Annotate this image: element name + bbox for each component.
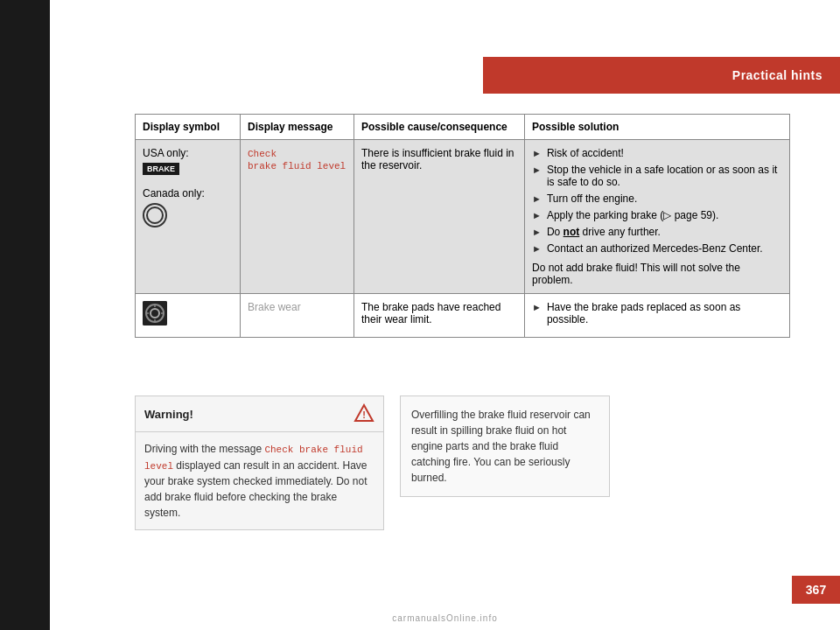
solution-text: Risk of accident! [547, 147, 624, 159]
header-bar: Practical hints [483, 57, 840, 94]
warning-text-start: Driving with the message [144, 443, 264, 455]
warning-header: Warning! ! [136, 396, 383, 432]
solution-item: ► Do not drive any further. [532, 226, 782, 238]
solution-cell-2: ► Have the brake pads replaced as soon a… [525, 294, 790, 338]
extra-note: Do not add brake fluid! This will not so… [532, 262, 782, 286]
col-header-symbol: Display symbol [136, 115, 241, 140]
symbol-cell-1: USA only: BRAKE Canada only: [136, 140, 241, 294]
brake-wear-icon [143, 301, 167, 326]
info-box: Overfilling the brake fluid reservoir ca… [400, 396, 610, 497]
solution-text: Have the brake pads replaced as soon as … [547, 301, 782, 326]
canada-only-label: Canada only: [143, 187, 205, 200]
solution-item: ► Stop the vehicle in a safe location or… [532, 164, 782, 188]
cause-cell-2: The brake pads have reached their wear l… [354, 294, 525, 338]
solution-text: Do not drive any further. [547, 226, 661, 238]
warning-box: Warning! ! Driving with the message Chec… [135, 396, 384, 530]
warning-text-end: displayed can result in an accident. Hav… [144, 459, 368, 520]
usa-only-label: USA only: [143, 147, 189, 159]
warning-title: Warning! [144, 408, 193, 421]
warning-triangle-icon: ! [354, 403, 374, 424]
cause-text-1: There is insufficient brake fluid in the… [361, 147, 514, 172]
page-number: 367 [792, 576, 840, 604]
solution-item: ► Contact an authorized Mercedes-Benz Ce… [532, 242, 782, 255]
message-cell-1: Checkbrake fluid level [241, 140, 354, 294]
solution-text: Contact an authorized Mercedes-Benz Cent… [547, 242, 763, 255]
table-row: Brake wear The brake pads have reached t… [136, 294, 790, 338]
solution-text: Apply the parking brake (▷ page 59). [547, 209, 718, 221]
display-message-1: Checkbrake fluid level [248, 149, 346, 172]
solution-item: ► Apply the parking brake (▷ page 59). [532, 209, 782, 221]
display-message-2: Brake wear [248, 301, 301, 313]
table-header-row: Display symbol Display message Possible … [136, 115, 790, 140]
warning-body: Driving with the message Check brake flu… [136, 432, 383, 529]
col-header-solution: Possible solution [525, 115, 790, 140]
brake-wear-svg [143, 301, 167, 326]
solution-text: Stop the vehicle in a safe location or a… [547, 164, 782, 188]
footer-watermark: carmanualsOnline.info [50, 613, 840, 623]
solution-cell-1: ► Risk of accident! ► Stop the vehicle i… [525, 140, 790, 294]
main-table-wrapper: Display symbol Display message Possible … [135, 114, 790, 338]
page-number-text: 367 [806, 583, 826, 597]
message-cell-2: Brake wear [241, 294, 354, 338]
page-title: Practical hints [732, 68, 822, 82]
col-header-cause: Possible cause/consequence [354, 115, 525, 140]
solution-item: ► Have the brake pads replaced as soon a… [532, 301, 782, 326]
info-text: Overfilling the brake fluid reservoir ca… [411, 409, 591, 484]
svg-text:!: ! [362, 410, 366, 420]
watermark-text: carmanualsOnline.info [392, 613, 498, 623]
solution-item: ► Risk of accident! [532, 147, 782, 159]
cause-text-2: The brake pads have reached their wear l… [361, 301, 500, 326]
table-row: USA only: BRAKE Canada only: Checkbrake … [136, 140, 790, 294]
solution-text: Turn off the engine. [547, 192, 637, 205]
cause-cell-1: There is insufficient brake fluid in the… [354, 140, 525, 294]
col-header-message: Display message [241, 115, 354, 140]
symbol-cell-2 [136, 294, 241, 338]
brake-badge: BRAKE [143, 163, 179, 175]
solution-item: ► Turn off the engine. [532, 192, 782, 205]
canada-symbol-icon [143, 203, 167, 228]
main-table: Display symbol Display message Possible … [135, 114, 790, 338]
